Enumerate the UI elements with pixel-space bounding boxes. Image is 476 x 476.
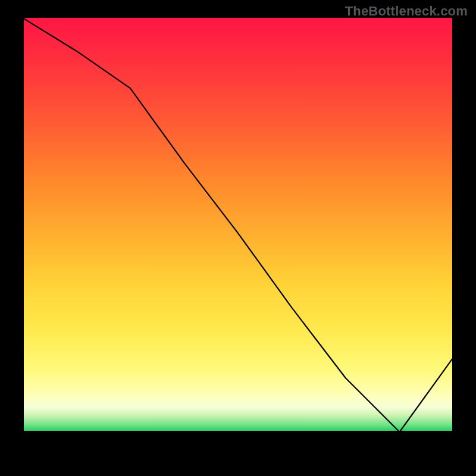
plot-background: [23, 18, 453, 432]
chart-area: [21, 18, 455, 455]
chart-frame: TheBottleneck.com: [0, 0, 476, 476]
chart-svg: [21, 18, 455, 455]
watermark-text: TheBottleneck.com: [345, 4, 468, 19]
